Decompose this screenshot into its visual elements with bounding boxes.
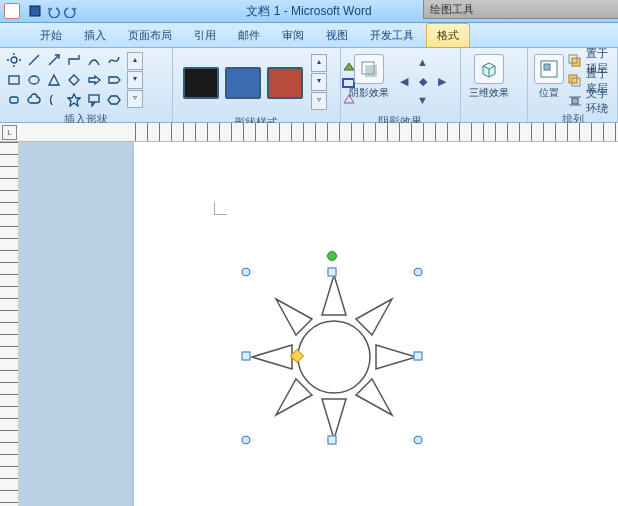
bring-front-icon: [568, 54, 582, 68]
svg-marker-40: [276, 379, 312, 415]
svg-rect-16: [89, 95, 99, 102]
style-swatch-black[interactable]: [183, 67, 219, 99]
selection-handle-w[interactable]: [242, 352, 251, 361]
nudge-shadow-down-icon[interactable]: ▼: [414, 94, 432, 112]
group-insert-shapes: ▴ ▾ ▿ 插入形状: [0, 48, 173, 122]
undo-icon[interactable]: [46, 4, 60, 18]
margin-corner-tl-icon: [214, 202, 227, 215]
shadow-toggle-icon[interactable]: ◆: [414, 75, 432, 93]
tab-home[interactable]: 开始: [30, 24, 72, 47]
tab-selector-icon[interactable]: L: [2, 125, 17, 140]
tab-page-layout[interactable]: 页面布局: [118, 24, 182, 47]
tab-insert[interactable]: 插入: [74, 24, 116, 47]
quick-access-toolbar: [28, 4, 78, 18]
ruler-horizontal[interactable]: L: [0, 123, 618, 142]
svg-marker-15: [68, 94, 80, 106]
svg-rect-21: [365, 65, 377, 77]
selection-handle-e[interactable]: [414, 352, 423, 361]
svg-marker-36: [252, 345, 292, 369]
redo-icon[interactable]: [64, 4, 78, 18]
svg-point-9: [29, 76, 39, 84]
selection-handle-n[interactable]: [328, 268, 337, 277]
ribbon-context-tab-label: 绘图工具: [423, 0, 618, 19]
tab-references[interactable]: 引用: [184, 24, 226, 47]
svg-rect-30: [572, 98, 578, 104]
save-icon[interactable]: [28, 4, 42, 18]
position-button[interactable]: 位置: [534, 52, 564, 110]
svg-marker-11: [69, 75, 79, 85]
shape-arrow-icon[interactable]: [46, 52, 62, 68]
office-button-icon[interactable]: [4, 3, 20, 19]
selection-handle-nw[interactable]: [242, 268, 251, 277]
shape-bracket-icon[interactable]: [46, 92, 62, 108]
document-area: [0, 142, 618, 506]
shape-callout-icon[interactable]: [86, 92, 102, 108]
svg-marker-39: [356, 299, 392, 335]
gallery-scroll-down-icon[interactable]: ▾: [127, 71, 143, 89]
cube-icon: [474, 54, 504, 84]
shape-line-icon[interactable]: [26, 52, 42, 68]
svg-rect-8: [9, 76, 19, 84]
shape-sun[interactable]: [234, 257, 434, 457]
shape-elbow-icon[interactable]: [66, 52, 82, 68]
shape-pentagon-icon[interactable]: [106, 72, 122, 88]
shape-curve-icon[interactable]: [86, 52, 102, 68]
tab-format[interactable]: 格式: [426, 23, 470, 47]
shape-ellipse-icon[interactable]: [26, 72, 42, 88]
send-back-icon: [568, 74, 582, 88]
ruler-vertical[interactable]: [0, 142, 19, 506]
styles-expand-icon[interactable]: ▿: [311, 92, 327, 110]
selection-handle-ne[interactable]: [414, 268, 423, 277]
group-3d-effects: 三维效果: [461, 48, 528, 122]
shape-freeform-icon[interactable]: [106, 52, 122, 68]
svg-rect-14: [10, 97, 18, 103]
ribbon-tabs: 开始 插入 页面布局 引用 邮件 审阅 视图 开发工具 格式: [0, 23, 618, 48]
nudge-shadow-left-icon[interactable]: ◀: [395, 75, 413, 93]
tab-developer[interactable]: 开发工具: [360, 24, 424, 47]
nudge-shadow-right-icon[interactable]: ▶: [433, 75, 451, 93]
shape-cloud-icon[interactable]: [26, 92, 42, 108]
nudge-shadow-up-icon[interactable]: ▲: [414, 56, 432, 74]
shape-triangle-icon[interactable]: [46, 72, 62, 88]
document-page[interactable]: [134, 142, 618, 506]
tab-view[interactable]: 视图: [316, 24, 358, 47]
svg-marker-13: [109, 77, 120, 83]
gallery-scroll-up-icon[interactable]: ▴: [127, 52, 143, 70]
text-wrap-button[interactable]: 文字环绕: [568, 92, 611, 110]
style-swatch-red[interactable]: [267, 67, 303, 99]
three-d-effects-button[interactable]: 三维效果: [467, 52, 511, 106]
shape-rect-icon[interactable]: [6, 72, 22, 88]
svg-rect-28: [569, 75, 577, 83]
styles-scroll-up-icon[interactable]: ▴: [311, 54, 327, 72]
svg-marker-10: [49, 75, 59, 85]
tab-review[interactable]: 审阅: [272, 24, 314, 47]
svg-marker-12: [89, 76, 100, 84]
text-wrap-icon: [568, 94, 582, 108]
rotation-handle[interactable]: [327, 251, 337, 261]
shape-rightarrow-icon[interactable]: [86, 72, 102, 88]
style-swatch-blue[interactable]: [225, 67, 261, 99]
svg-marker-35: [322, 399, 346, 439]
shape-star-icon[interactable]: [66, 92, 82, 108]
shape-hexagon-icon[interactable]: [106, 92, 122, 108]
svg-rect-26: [572, 58, 580, 66]
group-shadow-effects: 阴影效果 ▲ ◀ ◆ ▶ ▼ 阴影效果: [341, 48, 462, 122]
app-name: Microsoft Word: [291, 4, 371, 18]
tab-mailings[interactable]: 邮件: [228, 24, 270, 47]
shape-sun-icon[interactable]: [6, 52, 22, 68]
selection-handle-se[interactable]: [414, 436, 423, 445]
selection-handle-s[interactable]: [328, 436, 337, 445]
svg-point-1: [11, 57, 17, 63]
gallery-expand-icon[interactable]: ▿: [127, 90, 143, 108]
shape-diamond-icon[interactable]: [66, 72, 82, 88]
shape-gallery[interactable]: ▴ ▾ ▿: [6, 52, 143, 110]
shadow-effects-button[interactable]: 阴影效果: [347, 52, 391, 112]
selection-handle-sw[interactable]: [242, 436, 251, 445]
svg-line-6: [29, 55, 39, 65]
ribbon: ▴ ▾ ▿ 插入形状 ▴ ▾ ▿: [0, 48, 618, 123]
svg-line-7: [49, 55, 59, 65]
svg-marker-38: [276, 299, 312, 335]
document-stage[interactable]: [19, 142, 618, 506]
shape-flowchart-icon[interactable]: [6, 92, 22, 108]
styles-scroll-down-icon[interactable]: ▾: [311, 73, 327, 91]
